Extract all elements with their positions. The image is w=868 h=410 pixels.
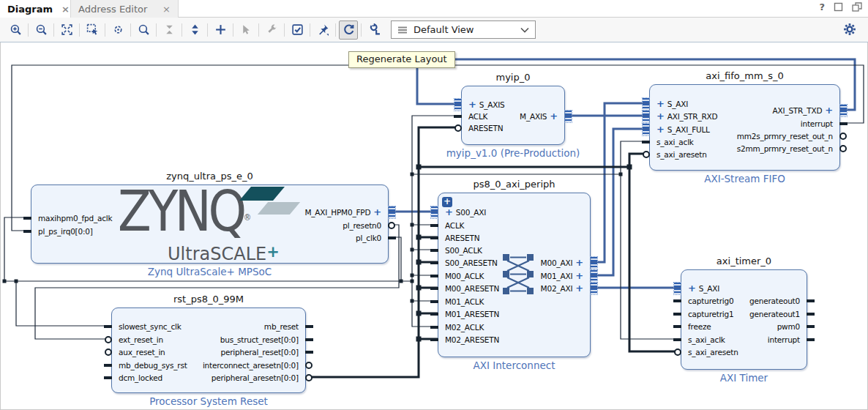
- center-view-button[interactable]: [108, 20, 127, 40]
- interface-pin[interactable]: [643, 98, 649, 110]
- port-s_axis[interactable]: +S_AXIS: [468, 100, 505, 110]
- expand-interface-icon[interactable]: +: [445, 207, 453, 217]
- expand-interface-icon[interactable]: +: [656, 99, 665, 109]
- expand-interface-icon[interactable]: +: [575, 271, 583, 281]
- block-zynq_ultra_ps_e_0[interactable]: ZYNQ®UltraSCALE+maxihpm0_fpd_aclkpl_ps_i…: [31, 184, 389, 264]
- interface-pin[interactable]: [643, 124, 649, 135]
- port-axi_str_txd[interactable]: AXI_STR_TXD+: [772, 105, 833, 116]
- block-rst_ps8_0_99M[interactable]: slowest_sync_clkext_reset_inaux_reset_in…: [111, 308, 306, 393]
- scalar-pin[interactable]: [642, 141, 650, 144]
- scalar-pin[interactable]: [454, 115, 462, 118]
- block-axi_timer_0[interactable]: +S_AXIcapturetrig0capturetrig1freezes_ax…: [681, 269, 807, 370]
- tab-address-editor[interactable]: Address Editor×: [71, 0, 179, 18]
- help-icon[interactable]: ?: [819, 1, 825, 12]
- port-s_axi[interactable]: +S_AXI: [688, 283, 719, 294]
- expand-interface-icon[interactable]: +: [468, 100, 476, 110]
- expand-interface-icon[interactable]: +: [575, 258, 583, 268]
- collapse-button[interactable]: [160, 20, 179, 40]
- port-m01_aresetn[interactable]: M01_ARESETN: [445, 309, 499, 319]
- active-low-pin[interactable]: [305, 362, 313, 369]
- scalar-pin[interactable]: [430, 224, 438, 227]
- scalar-pin[interactable]: [104, 364, 112, 367]
- port-aclk[interactable]: ACLK: [445, 220, 464, 231]
- float-window-icon[interactable]: [852, 2, 862, 12]
- port-s_axi_aresetn[interactable]: s_axi_aresetn: [656, 149, 707, 160]
- scalar-pin[interactable]: [807, 325, 815, 328]
- scalar-pin[interactable]: [430, 338, 438, 341]
- scalar-pin[interactable]: [430, 261, 438, 264]
- zoom-in-button[interactable]: [6, 20, 25, 40]
- port-pl_resetn0[interactable]: pl_resetn0: [343, 220, 381, 231]
- port-slowest_sync_clk[interactable]: slowest_sync_clk: [119, 321, 182, 332]
- port-m02_aresetn[interactable]: M02_ARESETN: [445, 335, 499, 345]
- interface-pin[interactable]: [591, 283, 597, 294]
- interface-pin[interactable]: [431, 206, 438, 218]
- port-interrupt[interactable]: interrupt: [768, 335, 800, 345]
- port-s00_aclk[interactable]: S00_ACLK: [445, 245, 482, 256]
- port-pwm0[interactable]: pwm0: [777, 321, 800, 332]
- scalar-pin[interactable]: [388, 236, 396, 239]
- scalar-pin[interactable]: [673, 338, 681, 341]
- scalar-pin[interactable]: [807, 313, 815, 316]
- port-interconnect_aresetn00[interactable]: interconnect_aresetn[0:0]: [203, 360, 299, 370]
- port-mm2s_prmry_reset_out_n[interactable]: mm2s_prmry_reset_out_n: [737, 131, 833, 141]
- zoom-to-selection-button[interactable]: [83, 20, 102, 40]
- port-s_axi_aclk[interactable]: s_axi_aclk: [656, 137, 694, 147]
- view-selector-dropdown[interactable]: Default View: [391, 20, 536, 39]
- block-ps8_0_axi_periph[interactable]: ++S00_AXIACLKARESETNS00_ACLKS00_ARESETNM…: [438, 193, 591, 357]
- expand-block-button[interactable]: +: [442, 197, 452, 207]
- port-m_axi_hpm0_fpd[interactable]: M_AXI_HPM0_FPD+: [304, 207, 381, 217]
- active-low-pin[interactable]: [839, 145, 847, 152]
- port-m02_axi[interactable]: M02_AXI+: [541, 283, 583, 294]
- port-ext_reset_in[interactable]: ext_reset_in: [119, 335, 163, 345]
- scalar-pin[interactable]: [430, 236, 438, 239]
- scalar-pin[interactable]: [807, 299, 815, 302]
- active-low-pin[interactable]: [388, 222, 395, 229]
- scalar-pin[interactable]: [807, 338, 815, 341]
- port-m02_aclk[interactable]: M02_ACLK: [445, 322, 484, 332]
- block-axi_fifo_mm_s_0[interactable]: +S_AXI+AXI_STR_RXD+S_AXI_FULLs_axi_aclks…: [649, 84, 840, 171]
- scalar-pin[interactable]: [430, 275, 438, 277]
- port-s_axi_full[interactable]: +S_AXI_FULL: [656, 124, 710, 135]
- port-peripheral_reset00[interactable]: peripheral_reset[0:0]: [220, 347, 299, 357]
- port-s_axi_aclk[interactable]: s_axi_aclk: [688, 335, 725, 345]
- scalar-pin[interactable]: [430, 249, 438, 252]
- scalar-pin[interactable]: [23, 217, 31, 220]
- scalar-pin[interactable]: [104, 325, 112, 328]
- interface-pin[interactable]: [591, 270, 597, 282]
- scalar-pin[interactable]: [305, 351, 313, 354]
- block-myip_0[interactable]: +S_AXISACLKARESETNM_AXIS+: [461, 86, 565, 145]
- interface-pin[interactable]: [674, 283, 681, 294]
- scalar-pin[interactable]: [305, 338, 313, 341]
- interface-pin[interactable]: [389, 206, 395, 218]
- port-s00_axi[interactable]: +S00_AXI: [445, 207, 486, 217]
- scalar-pin[interactable]: [839, 122, 848, 125]
- pin-button[interactable]: [313, 20, 332, 40]
- scalar-pin[interactable]: [430, 313, 438, 316]
- port-mb_debug_sys_rst[interactable]: mb_debug_sys_rst: [119, 360, 187, 370]
- active-low-pin[interactable]: [454, 124, 462, 132]
- port-capturetrig0[interactable]: capturetrig0: [688, 296, 734, 306]
- scalar-pin[interactable]: [430, 300, 438, 303]
- close-tab-icon[interactable]: ×: [162, 4, 171, 15]
- expand-interface-icon[interactable]: +: [373, 207, 381, 217]
- add-ip-button[interactable]: [211, 20, 230, 40]
- zoom-out-button[interactable]: [31, 20, 50, 40]
- validate-design-button[interactable]: [288, 20, 307, 40]
- port-freeze[interactable]: freeze: [688, 321, 711, 332]
- scalar-pin[interactable]: [104, 376, 112, 379]
- expand-button[interactable]: [185, 20, 204, 40]
- port-pl_clk0[interactable]: pl_clk0: [356, 233, 381, 243]
- port-m00_axi[interactable]: M00_AXI+: [541, 258, 583, 268]
- port-axi_str_rxd[interactable]: +AXI_STR_RXD: [656, 111, 717, 122]
- scalar-pin[interactable]: [673, 299, 681, 302]
- expand-interface-icon[interactable]: +: [656, 124, 665, 135]
- regenerate-layout-button[interactable]: [339, 20, 358, 40]
- active-low-pin[interactable]: [839, 133, 847, 140]
- port-m00_aresetn[interactable]: M00_ARESETN: [445, 283, 499, 294]
- port-aresetn[interactable]: ARESETN: [445, 233, 479, 243]
- scalar-pin[interactable]: [430, 326, 438, 329]
- port-generateout0[interactable]: generateout0: [749, 296, 800, 306]
- scalar-pin[interactable]: [23, 230, 31, 233]
- port-s2mm_prmry_reset_out_n[interactable]: s2mm_prmry_reset_out_n: [737, 144, 833, 154]
